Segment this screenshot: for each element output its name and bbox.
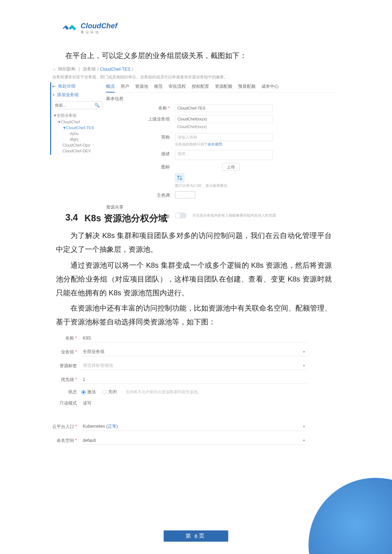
lbl-short: 简称 xyxy=(106,133,175,140)
parent-option[interactable]: CloudChef(xxzx) xyxy=(175,123,273,130)
search-field[interactable] xyxy=(55,103,87,107)
pool-ns-select[interactable]: default▾ xyxy=(81,436,306,445)
input-short[interactable]: 请输入简称 xyxy=(175,133,273,141)
tab-spec[interactable]: 规范 xyxy=(154,82,163,93)
lbl-icon: 图标 xyxy=(106,163,175,170)
naming-link[interactable]: 命名规范 xyxy=(208,142,222,146)
collapse-icon: ⇥ xyxy=(52,84,56,89)
tree-all[interactable]: ▼全部业务组 xyxy=(52,112,102,119)
svg-rect-1 xyxy=(180,176,182,177)
lbl2-biz: 业务组 xyxy=(52,349,81,355)
tree-cloudchef-tes[interactable]: ▼CloudChef-TES xyxy=(52,125,102,131)
svg-rect-0 xyxy=(177,176,179,177)
logo-brand: CloudChef xyxy=(81,22,117,30)
paragraph-3: 在资源池中还有丰富的访问控制功能，比如资源池中有关联命名空间、配额管理、基于资源… xyxy=(56,301,332,329)
collapse-groups[interactable]: ⇥ 收起分组 xyxy=(52,82,102,90)
status-radio-closed[interactable]: 关闭 xyxy=(102,389,117,395)
chevron-down-icon: ▾ xyxy=(303,438,305,442)
share-toggle[interactable] xyxy=(175,213,187,218)
heading-title: K8s 资源池分权分域 xyxy=(85,212,167,224)
lbl-color: 主色调 xyxy=(106,191,175,198)
icon-help: 图片比例为1:1时，显示效果最佳。 xyxy=(175,183,335,188)
lbl2-platform: 云平台入口 xyxy=(52,424,81,430)
breadcrumb-current[interactable]: CloudChef-TES xyxy=(100,67,130,72)
readonly-value: 读写 xyxy=(81,401,91,406)
lbl2-name: 名称 xyxy=(52,335,81,341)
intro-text: 在平台上，可以定义多层的业务组层级关系，截图如下： xyxy=(65,51,247,61)
chevron-down-icon: ▾ xyxy=(303,350,305,354)
pool-tag-select[interactable]: 请选择标签键值▾ xyxy=(81,361,306,370)
tab-cost[interactable]: 成本中心 xyxy=(261,82,279,93)
pool-form-screenshot: 名称 K8S 业务组 全部业务组▾ 资源标签 请选择标签键值▾ 优先级 1 状态… xyxy=(52,334,335,450)
plus-icon: + xyxy=(52,93,55,98)
status-radio-active[interactable]: 激活 xyxy=(81,389,96,395)
search-input[interactable]: 🔍 xyxy=(52,101,102,109)
search-icon: 🔍 xyxy=(94,103,100,108)
input-name[interactable]: CloudChef-TES xyxy=(175,104,273,112)
upload-button[interactable]: 上传 xyxy=(222,163,240,171)
paragraph-2: 通过资源池可以将一个 K8s 集群变成一个或多个逻辑的 K8s 资源池，然后将资… xyxy=(56,258,332,300)
svg-rect-2 xyxy=(177,178,179,180)
corner-decor xyxy=(309,478,392,554)
tree-rtyhu[interactable]: rtyhu xyxy=(52,131,102,136)
breadcrumb: ⛬ 组织架构 ｜ 业务组 / CloudChef-TES / xyxy=(52,65,335,74)
section-basic: 基本信息 xyxy=(106,93,335,104)
pool-biz-select[interactable]: 全部业务组▾ xyxy=(81,348,306,356)
tree-dfghj[interactable]: dfghj xyxy=(52,136,102,142)
chevron-down-icon: ▾ xyxy=(303,364,305,368)
pool-name-input[interactable]: K8S xyxy=(81,334,306,342)
lbl2-readonly: 只读模式 xyxy=(52,400,81,406)
platform-status-link[interactable]: 正常 xyxy=(108,424,117,429)
share-help: 开启后业务组内所有人都能够看到组内其他人的资源 xyxy=(192,213,276,218)
tab-budget[interactable]: 预算配额 xyxy=(238,82,256,93)
pool-platform-select[interactable]: Kubernetes (正常) ▾ xyxy=(81,422,306,431)
tab-quota[interactable]: 资源配额 xyxy=(215,82,232,93)
lbl2-ns: 命名空间 xyxy=(52,438,81,444)
sidebar: ⇥ 收起分组 + 添加业务组 🔍 ▼全部业务组 ▼CloudChef ▼Clou… xyxy=(52,82,102,223)
tab-overview[interactable]: 概况 xyxy=(106,82,115,93)
logo-subtext: 骞 云 科 技 xyxy=(81,30,117,35)
input-parent[interactable]: CloudChef(xxzx) xyxy=(175,115,273,123)
breadcrumb-desc: 业务组通常对应于业务线、部门或其他组织单位。业务组的成员可以申请发布在该业务组中… xyxy=(52,74,335,80)
org-icon: ⛬ xyxy=(52,67,57,72)
add-group[interactable]: + 添加业务组 xyxy=(52,90,102,99)
icon-preview xyxy=(175,173,184,182)
page-footer: 第 8 页 xyxy=(164,530,228,542)
left-accent-bar xyxy=(50,82,51,155)
tree-dev[interactable]: CloudChef-DEV xyxy=(52,148,102,154)
paragraph-1: 为了解决 K8s 集群和项目团队多对多的访问控制问题，我们在云自动化管理平台中定… xyxy=(56,229,332,256)
tree-cloudchef[interactable]: ▼CloudChef xyxy=(52,119,102,125)
logo-block: CloudChef 骞 云 科 技 xyxy=(61,22,117,35)
pool-priority-input[interactable]: 1 xyxy=(81,375,306,384)
lbl2-priority: 优先级 xyxy=(52,377,81,383)
lbl-desc: 描述 xyxy=(106,150,175,157)
section-3-4-heading: 3.4 K8s 资源池分权分域 xyxy=(65,212,167,224)
lbl2-tag: 资源标签 xyxy=(52,363,81,369)
tab-auth[interactable]: 授权配置 xyxy=(192,82,209,93)
tab-users[interactable]: 用户 xyxy=(121,82,129,93)
status-help: 关闭将不允许新的云资源部署到该资源池。 xyxy=(126,389,201,395)
tree-ops[interactable]: CloudChef-Ops xyxy=(52,142,102,148)
heading-num: 3.4 xyxy=(65,212,78,224)
input-desc[interactable]: 描述... xyxy=(175,150,273,160)
page-number: 8 xyxy=(195,533,197,539)
tab-approval[interactable]: 审批流程 xyxy=(168,82,186,93)
chevron-down-icon: ▾ xyxy=(303,424,305,428)
section-share: 资源共享 xyxy=(106,201,335,213)
tab-pools[interactable]: 资源池 xyxy=(135,82,148,93)
svg-rect-3 xyxy=(180,178,182,180)
lbl-parent: 上级业务组 xyxy=(106,115,175,122)
short-help: 业务组的简称可用于命名规范 xyxy=(175,142,335,147)
tabs: 概况 用户 资源池 规范 审批流程 授权配置 资源配额 预算配额 成本中心 xyxy=(106,82,335,93)
breadcrumb-mid[interactable]: 业务组 xyxy=(83,66,96,72)
lbl2-status: 状态 xyxy=(52,389,81,395)
logo-mark-icon xyxy=(61,22,78,35)
color-swatch[interactable] xyxy=(175,191,195,198)
breadcrumb-root[interactable]: 组织架构 xyxy=(58,66,75,72)
org-screenshot: ⛬ 组织架构 ｜ 业务组 / CloudChef-TES / 业务组通常对应于业… xyxy=(52,65,335,223)
group-tree: ▼全部业务组 ▼CloudChef ▼CloudChef-TES rtyhu d… xyxy=(52,112,102,154)
lbl-name: 名称 xyxy=(106,104,175,111)
